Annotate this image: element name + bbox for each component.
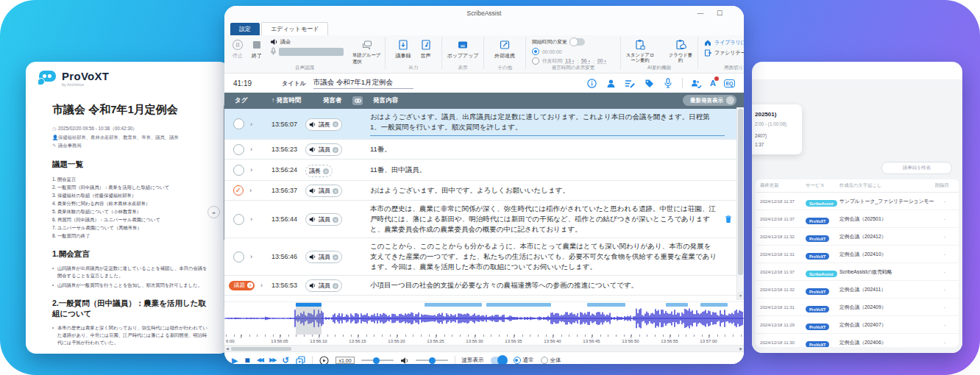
- transcript-row[interactable]: ›13:56:07議長✕おはようございます。議員、出席議員は定足数に達しておりま…: [224, 109, 744, 140]
- remove-tag-icon[interactable]: ✕: [247, 282, 253, 288]
- hour-select[interactable]: 13 ▾: [565, 58, 574, 64]
- replay-button[interactable]: ↺: [282, 356, 289, 364]
- row-select-circle[interactable]: [233, 165, 244, 176]
- library-row[interactable]: 2024/12/18 11:32ProVoXT定例会議（202412）-: [756, 228, 959, 246]
- expand-chevron-icon[interactable]: ›: [249, 187, 252, 194]
- transcript-row[interactable]: ›13:56:23議員✕11番。: [224, 140, 744, 160]
- utterance-text[interactable]: このことから、このことからも分かるように、本市にとって農業はとても深い関わりがあ…: [370, 241, 725, 272]
- library-row[interactable]: 2024/12/18 11:31ProVoXT定例会議（202410）-: [756, 246, 959, 263]
- transcript-row[interactable]: ✓›13:56:37議員✕おはようございます。田中です。よろしくお願いいたします…: [224, 181, 744, 201]
- row-select-circle[interactable]: [233, 118, 244, 129]
- popup-button[interactable]: cc ポップアップ: [444, 38, 482, 60]
- utterance-text[interactable]: 小項目一つ目の社会的支援が必要な方々の農福連携等への参画の推進についてです。: [370, 280, 725, 290]
- speaker-pill[interactable]: 議員✕: [305, 279, 342, 292]
- duplicate-play-button[interactable]: [296, 356, 305, 365]
- word-group-select-button[interactable]: 単語グループ選択: [349, 38, 385, 66]
- minutes-document[interactable]: 市議会 令和7年1月定例会 ◷2025/02/20 09:56 - 10:38（…: [40, 96, 219, 348]
- back-to-library-button[interactable]: ライブラリに戻る: [704, 39, 744, 46]
- speaker-pill[interactable]: 議員✕: [305, 251, 342, 263]
- speed-slider[interactable]: [361, 360, 394, 361]
- library-row[interactable]: 2024/12/18 11:29ProVoXT定例会議（202407）-: [756, 316, 959, 334]
- transcript-row[interactable]: ›13:56:44議員✕本市の歴史は、農業に非常に関係が深く、弥生時代には稲作が…: [224, 201, 744, 238]
- remove-speaker-icon[interactable]: ✕: [323, 168, 329, 174]
- remove-speaker-icon[interactable]: ✕: [333, 283, 338, 289]
- mic-icon[interactable]: [663, 78, 674, 89]
- library-row[interactable]: 2024/12/18 11:37ProVoXT定例会議（202501）-: [756, 210, 959, 228]
- speaker-check-icon[interactable]: [691, 78, 702, 89]
- radio-whole[interactable]: 全体: [541, 357, 561, 364]
- transcript-row[interactable]: ›13:56:24議長✕11番、田中議員。: [224, 160, 744, 181]
- remove-speaker-icon[interactable]: ✕: [333, 217, 338, 223]
- forward-button[interactable]: ▶▶: [269, 357, 275, 363]
- row-select-circle[interactable]: [233, 144, 244, 155]
- facilitation-mode-button[interactable]: ファシリテーションモード: [704, 49, 744, 57]
- standalone-summary-button[interactable]: スタンドアローン要約: [621, 38, 659, 63]
- speaker-link-icon[interactable]: [352, 96, 363, 105]
- speaker-pill[interactable]: 議員✕: [305, 143, 342, 156]
- expand-chevron-icon[interactable]: ›: [250, 121, 252, 128]
- utterance-text[interactable]: 11番。: [370, 144, 725, 154]
- remove-speaker-icon[interactable]: ✕: [333, 188, 338, 194]
- stop-button[interactable]: 停止: [229, 38, 246, 60]
- minute-select[interactable]: 56 ▾: [581, 58, 590, 64]
- stop-button[interactable]: ■: [244, 356, 249, 364]
- end-button[interactable]: 終了: [248, 38, 266, 60]
- expand-chevron-icon[interactable]: ›: [250, 253, 252, 260]
- expand-chevron-icon[interactable]: ›: [250, 146, 252, 153]
- recording-card[interactable]: 202501) 2:00 - (1:00:08) 2407) 1:37: [752, 104, 802, 154]
- minimize-button[interactable]: —: [695, 9, 706, 18]
- cloud-summary-button[interactable]: クラウド要約: [664, 38, 697, 63]
- maximize-button[interactable]: ☐: [714, 9, 725, 18]
- speaker-pill[interactable]: 議員✕: [305, 185, 342, 197]
- latest-utterance-toggle[interactable]: 最新発言表示: [683, 95, 736, 106]
- waveform-selection[interactable]: [296, 302, 322, 335]
- waveform-display-toggle[interactable]: [491, 357, 507, 365]
- remove-speaker-icon[interactable]: ✕: [333, 254, 338, 260]
- library-row[interactable]: 2024/12/18 11:31ProVoXT定例会議（202409）-: [756, 299, 959, 316]
- speed-value[interactable]: x1.00: [335, 357, 354, 364]
- waveform-panel[interactable]: [224, 301, 744, 335]
- external-link-button[interactable]: 外部連携: [491, 38, 518, 60]
- edit-list-icon[interactable]: [625, 78, 636, 89]
- start-time-toggle[interactable]: [570, 38, 585, 46]
- speaker-manage-icon[interactable]: [606, 78, 617, 89]
- library-row[interactable]: 2024/12/18 11:30ProVoXT定例会議（202406）-: [756, 334, 959, 347]
- info-icon[interactable]: [586, 78, 597, 89]
- export-minutes-button[interactable]: 議事録: [393, 38, 414, 60]
- transcript-scrollbar[interactable]: ▼: [736, 107, 744, 300]
- remove-speaker-icon[interactable]: ✕: [333, 147, 338, 153]
- speaker-pill[interactable]: 議長✕: [305, 165, 333, 177]
- tag-icon[interactable]: [644, 78, 655, 89]
- speaker-pill[interactable]: 議長✕: [305, 118, 342, 131]
- tab-edit-mode[interactable]: エディットモード: [261, 22, 328, 35]
- recognition-level-input[interactable]: [279, 48, 344, 56]
- play-button[interactable]: ▶: [232, 357, 238, 365]
- waveform-scrollbar[interactable]: ◀ ▶: [224, 345, 744, 351]
- minutes-search-input[interactable]: 議事録を検索: [881, 162, 952, 174]
- font-settings-icon[interactable]: A: [710, 79, 716, 88]
- library-row[interactable]: 2024/12/18 11:37ScribeAssistScribeAssist…: [756, 263, 959, 281]
- export-audio-button[interactable]: 音声: [417, 38, 435, 60]
- transcript-row[interactable]: 議題✕›13:56:53議員✕小項目一つ目の社会的支援が必要な方々の農福連携等へ…: [224, 276, 744, 296]
- remove-speaker-icon[interactable]: ✕: [333, 121, 338, 127]
- utterance-text[interactable]: おはようございます。田中です。よろしくお願いいたします。: [370, 185, 725, 196]
- expand-chevron-icon[interactable]: ›: [250, 215, 252, 223]
- second-select[interactable]: 00 ▾: [597, 58, 606, 64]
- utterance-text[interactable]: 11番、田中議員。: [370, 165, 725, 175]
- session-title-input[interactable]: 市議会 令和7年1月定例会: [313, 78, 413, 89]
- library-row[interactable]: 2024/12/18 11:37ScribeAssistサンプルトーク_ファシリ…: [756, 193, 959, 210]
- expand-chevron-icon[interactable]: ›: [250, 166, 252, 174]
- utterance-text[interactable]: 本市の歴史は、農業に非常に関係が深く、弥生時代には稲作がされていたと思われる遺跡…: [370, 204, 725, 235]
- row-select-circle[interactable]: [233, 251, 244, 262]
- custom-time-radio[interactable]: [532, 57, 539, 65]
- equalizer-icon[interactable]: EQ: [724, 79, 735, 88]
- delete-icon[interactable]: [725, 215, 732, 224]
- collapse-panel-button[interactable]: ◂▸: [207, 206, 220, 218]
- speaker-pill[interactable]: 議員✕: [305, 213, 342, 226]
- row-select-circle[interactable]: [233, 214, 244, 225]
- expand-chevron-icon[interactable]: ›: [260, 282, 263, 289]
- radio-normal[interactable]: 通常: [514, 357, 534, 364]
- library-row[interactable]: 2024/12/18 11:32ProVoXT定例会議（202411）-: [756, 281, 959, 299]
- tab-settings[interactable]: 設定: [230, 23, 260, 35]
- topic-tag-pill[interactable]: 議題✕: [229, 281, 255, 290]
